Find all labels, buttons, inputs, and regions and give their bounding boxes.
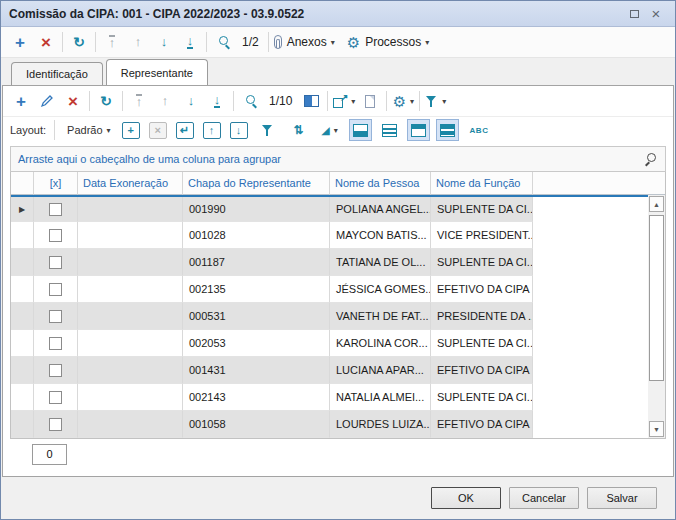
previous-record-button[interactable]: ↑ <box>125 30 151 54</box>
table-row[interactable]: ▶ 001058 LOURDES LUIZA... EFETIVO DA CIP… <box>11 411 648 438</box>
table-row[interactable]: ▶ 000531 VANETH DE FAT... PRESIDENTE DA … <box>11 303 648 330</box>
table-row[interactable]: ▶ 002143 NATALIA ALMEI... SUPLENTE DA CI… <box>11 384 648 411</box>
grid-report-button[interactable] <box>357 89 383 113</box>
row-checkbox-cell[interactable] <box>34 249 78 276</box>
cell-nome-funcao[interactable]: SUPLENTE DA CI... <box>431 197 533 222</box>
close-button[interactable]: × <box>645 4 667 24</box>
row-checkbox-cell[interactable] <box>34 197 78 222</box>
row-checkbox-cell[interactable] <box>34 411 78 438</box>
layout-add-button[interactable]: + <box>122 122 140 139</box>
cell-nome-funcao[interactable]: EFETIVO DA CIPA <box>431 411 533 438</box>
table-row[interactable]: ▶ 002053 KAROLINA COR... SUPLENTE DA CI.… <box>11 330 648 357</box>
layout-delete-button[interactable]: × <box>149 122 167 139</box>
row-checkbox-cell[interactable] <box>34 330 78 357</box>
cell-chapa[interactable]: 001431 <box>183 357 330 384</box>
table-row[interactable]: ▶ 001187 TATIANA DE OL... SUPLENTE DA CI… <box>11 249 648 276</box>
toggle-stripes-button[interactable] <box>436 119 459 141</box>
row-selector-cell[interactable]: ▶ <box>11 303 34 330</box>
row-checkbox[interactable] <box>49 310 62 323</box>
row-checkbox-cell[interactable] <box>34 222 78 249</box>
row-checkbox[interactable] <box>49 283 62 296</box>
row-checkbox-cell[interactable] <box>34 384 78 411</box>
header-nome-pessoa[interactable]: Nome da Pessoa <box>330 172 431 195</box>
cell-chapa[interactable]: 000531 <box>183 303 330 330</box>
row-checkbox-cell[interactable] <box>34 357 78 384</box>
cell-nome-funcao[interactable]: SUPLENTE DA CI... <box>431 330 533 357</box>
cell-nome-pessoa[interactable]: LOURDES LUIZA... <box>330 411 431 438</box>
cell-nome-pessoa[interactable]: TATIANA DE OL... <box>330 249 431 276</box>
cell-nome-funcao[interactable]: PRESIDENTE DA ... <box>431 303 533 330</box>
cell-data-exoneracao[interactable] <box>78 249 183 276</box>
cell-nome-pessoa[interactable]: VANETH DE FAT... <box>330 303 431 330</box>
row-checkbox[interactable] <box>49 229 62 242</box>
cancel-button[interactable]: Cancelar <box>509 487 579 509</box>
row-checkbox[interactable] <box>49 364 62 377</box>
grid-filter-button[interactable]: ▾ <box>423 89 449 113</box>
scroll-up-button[interactable]: ▲ <box>649 196 664 212</box>
scrollbar-track[interactable] <box>648 213 665 420</box>
cell-data-exoneracao[interactable] <box>78 411 183 438</box>
row-checkbox[interactable] <box>49 203 62 216</box>
cell-data-exoneracao[interactable] <box>78 197 183 222</box>
toggle-header-button[interactable] <box>407 119 430 141</box>
cell-nome-pessoa[interactable]: JÉSSICA GOMES... <box>330 276 431 303</box>
grid-previous-row-button[interactable]: ↑ <box>152 89 178 113</box>
row-selector-cell[interactable]: ▶ <box>11 222 34 249</box>
grid-add-button[interactable]: + <box>8 89 34 113</box>
grid-refresh-button[interactable]: ↻ <box>93 89 119 113</box>
cell-nome-pessoa[interactable]: KAROLINA COR... <box>330 330 431 357</box>
grid-edit-button[interactable] <box>34 89 60 113</box>
cell-chapa[interactable]: 002053 <box>183 330 330 357</box>
toggle-footer-button[interactable] <box>349 119 372 141</box>
scroll-down-button[interactable]: ▼ <box>649 421 664 437</box>
layout-filter-button[interactable] <box>255 118 281 142</box>
cell-nome-funcao[interactable]: VICE PRESIDENT... <box>431 222 533 249</box>
cell-data-exoneracao[interactable] <box>78 330 183 357</box>
vertical-scrollbar[interactable]: ▲ ▼ <box>648 195 665 438</box>
next-record-button[interactable]: ↓ <box>151 30 177 54</box>
grid-first-row-button[interactable]: ↑ <box>126 89 152 113</box>
cell-chapa[interactable]: 001990 <box>183 197 330 222</box>
header-checkbox-column[interactable]: [x] <box>34 172 78 195</box>
header-chapa[interactable]: Chapa do Representante <box>183 172 330 195</box>
cell-data-exoneracao[interactable] <box>78 303 183 330</box>
maximize-button[interactable] <box>623 4 645 24</box>
row-checkbox[interactable] <box>49 256 62 269</box>
row-checkbox[interactable] <box>49 418 62 431</box>
cell-chapa[interactable]: 001187 <box>183 249 330 276</box>
row-selector-cell[interactable]: ▶ <box>11 330 34 357</box>
row-checkbox-cell[interactable] <box>34 303 78 330</box>
titlebar[interactable]: Comissão da CIPA: 001 - CIPA 2022/2023 -… <box>1 1 675 27</box>
layout-chart-button[interactable]: ◢ ▾ <box>317 118 343 142</box>
processos-button[interactable]: ⚙ Processos ▾ <box>345 30 432 54</box>
row-checkbox[interactable] <box>49 391 62 404</box>
grid-search-button[interactable] <box>237 89 263 113</box>
grid-settings-button[interactable]: ⚙ ▾ <box>390 89 416 113</box>
cell-chapa[interactable]: 001028 <box>183 222 330 249</box>
cell-nome-pessoa[interactable]: LUCIANA APAR... <box>330 357 431 384</box>
cell-nome-funcao[interactable]: EFETIVO DA CIPA <box>431 276 533 303</box>
anexos-button[interactable]: Anexos ▾ <box>272 30 337 54</box>
layout-apply-button[interactable]: ↵ <box>176 122 194 139</box>
row-selector-cell[interactable]: ▶ <box>11 276 34 303</box>
layout-download-button[interactable]: ↓ <box>230 122 248 139</box>
table-row[interactable]: ▶ 001990 POLIANA ANGEL... SUPLENTE DA CI… <box>11 195 648 222</box>
cell-chapa[interactable]: 001058 <box>183 411 330 438</box>
abc-spellcheck-icon[interactable]: ABC <box>470 126 489 135</box>
row-selector-cell[interactable]: ▶ <box>11 197 34 222</box>
layout-upload-button[interactable]: ↑ <box>203 122 221 139</box>
ok-button[interactable]: OK <box>431 487 501 509</box>
table-row[interactable]: ▶ 002135 JÉSSICA GOMES... EFETIVO DA CIP… <box>11 276 648 303</box>
cell-nome-funcao[interactable]: EFETIVO DA CIPA <box>431 357 533 384</box>
grid-delete-button[interactable]: × <box>60 89 86 113</box>
row-selector-cell[interactable]: ▶ <box>11 249 34 276</box>
add-record-button[interactable]: + <box>7 30 33 54</box>
delete-record-button[interactable]: × <box>33 30 59 54</box>
table-row[interactable]: ▶ 001431 LUCIANA APAR... EFETIVO DA CIPA <box>11 357 648 384</box>
refresh-button[interactable]: ↻ <box>66 30 92 54</box>
row-checkbox-cell[interactable] <box>34 276 78 303</box>
grid-columns-button[interactable] <box>298 89 324 113</box>
cell-data-exoneracao[interactable] <box>78 276 183 303</box>
grid-export-button[interactable]: ↗ ▾ <box>331 89 357 113</box>
last-record-button[interactable]: ↓ <box>177 30 203 54</box>
